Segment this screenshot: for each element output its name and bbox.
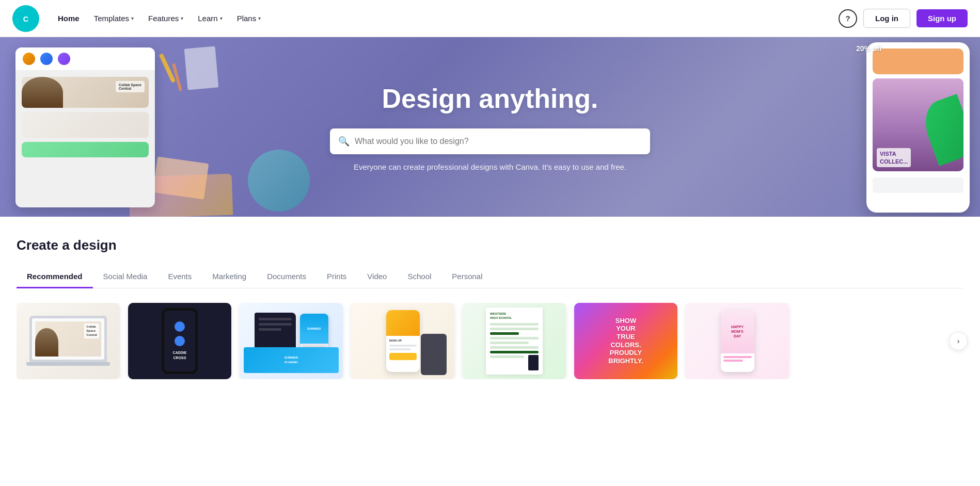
hero-section: Collab SpaceCentral VISTACOLLEC... 20% o… bbox=[0, 37, 980, 217]
notebook-content bbox=[255, 313, 296, 336]
category-tabs: Recommended Social Media Events Marketin… bbox=[17, 266, 963, 288]
design-cards-row: CollabSpaceCentral CADD bbox=[17, 303, 963, 379]
phone-text: SUMMER bbox=[307, 327, 321, 330]
person-silhouette bbox=[35, 328, 58, 357]
phone-header bbox=[386, 310, 420, 336]
card-inner: CollabSpaceCentral bbox=[17, 303, 120, 379]
shape-deco bbox=[129, 174, 233, 217]
poster-content: SHOWYOURTRUECOLORS.PROUDLYBRIGHTLY. bbox=[574, 303, 677, 379]
nav-links: Home Templates ▾ Features ▾ Learn ▾ Plan… bbox=[52, 10, 839, 27]
submit-btn bbox=[389, 353, 417, 360]
card-inner: SUMMERIS HERE! SUMMER bbox=[240, 303, 343, 379]
nav-home[interactable]: Home bbox=[52, 10, 86, 27]
doc-lines bbox=[490, 323, 539, 358]
tab-personal[interactable]: Personal bbox=[441, 266, 493, 288]
card-inner: WESTSIDEHIGH SCHOOL bbox=[463, 303, 566, 379]
notebook: SUMMERIS HERE! bbox=[255, 313, 296, 369]
navbar: C Home Templates ▾ Features ▾ Learn ▾ Pl… bbox=[0, 0, 980, 37]
tab-marketing[interactable]: Marketing bbox=[202, 266, 257, 288]
design-card-notebook[interactable]: SUMMERIS HERE! SUMMER bbox=[240, 303, 343, 379]
design-card-laptop[interactable]: CollabSpaceCentral bbox=[17, 303, 120, 379]
create-design-section: Create a design Recommended Social Media… bbox=[0, 217, 980, 390]
tab-prints[interactable]: Prints bbox=[317, 266, 357, 288]
hero-content: Design anything. 🔍 Everyone can create p… bbox=[309, 83, 671, 171]
notebook-line bbox=[259, 323, 292, 326]
notebook-bg bbox=[421, 334, 447, 375]
doc-line bbox=[490, 346, 539, 349]
design-card-poster[interactable]: SHOWYOURTRUECOLORS.PROUDLYBRIGHTLY. bbox=[574, 303, 677, 379]
doc-line bbox=[490, 355, 524, 358]
dark-phone: CADDIECROSS bbox=[162, 308, 198, 374]
nav-learn[interactable]: Learn ▾ bbox=[192, 10, 228, 27]
help-button[interactable]: ? bbox=[839, 9, 857, 28]
card-inner: SIGN UP bbox=[351, 303, 454, 379]
laptop-mockup: CollabSpaceCentral bbox=[26, 316, 110, 366]
phone-top: HAPPYMOM'SDAY bbox=[721, 310, 754, 353]
nav-features[interactable]: Features ▾ bbox=[142, 10, 189, 27]
laptop-base bbox=[26, 362, 110, 366]
phone-line bbox=[723, 360, 744, 362]
blue-dot-1 bbox=[175, 321, 185, 332]
login-button[interactable]: Log in bbox=[863, 9, 910, 28]
create-design-title: Create a design bbox=[17, 237, 963, 253]
design-card-phone-dark[interactable]: CADDIECROSS bbox=[128, 303, 231, 379]
doc-title: WESTSIDEHIGH SCHOOL bbox=[490, 312, 539, 320]
card-inner: HAPPYMOM'SDAY bbox=[686, 303, 789, 379]
signup-phone: SIGN UP bbox=[386, 310, 420, 372]
design-card-document[interactable]: WESTSIDEHIGH SCHOOL bbox=[463, 303, 566, 379]
features-chevron-icon: ▾ bbox=[181, 15, 183, 21]
card-inner: CADDIECROSS bbox=[128, 303, 231, 379]
blue-dot-2 bbox=[175, 336, 185, 346]
notebook-line bbox=[259, 328, 282, 331]
nav-plans[interactable]: Plans ▾ bbox=[231, 10, 267, 27]
templates-chevron-icon: ▾ bbox=[131, 15, 134, 21]
document-card: WESTSIDEHIGH SCHOOL bbox=[486, 307, 543, 375]
design-card-phone-signup[interactable]: SIGN UP bbox=[351, 303, 454, 379]
doc-line bbox=[490, 337, 539, 339]
doc-line bbox=[490, 342, 529, 344]
tab-documents[interactable]: Documents bbox=[257, 266, 317, 288]
doc-line-dark bbox=[490, 351, 539, 353]
design-card-flowers[interactable]: HAPPYMOM'SDAY bbox=[686, 303, 789, 379]
hero-subtitle: Everyone can create professional designs… bbox=[320, 163, 660, 171]
tab-social-media[interactable]: Social Media bbox=[93, 266, 158, 288]
caddie-cross-text: CADDIECROSS bbox=[173, 350, 187, 361]
navbar-right: ? Log in Sign up bbox=[839, 9, 968, 28]
search-input[interactable] bbox=[330, 128, 650, 154]
input-line bbox=[389, 345, 417, 347]
cards-container: CollabSpaceCentral CADD bbox=[17, 303, 963, 379]
laptop-screen: CollabSpaceCentral bbox=[32, 318, 104, 360]
paper-deco-2 bbox=[184, 46, 219, 90]
phone-top: SUMMER bbox=[300, 314, 328, 344]
pen-icon bbox=[528, 355, 539, 370]
circle-deco bbox=[248, 150, 310, 212]
signup-button[interactable]: Sign up bbox=[916, 9, 968, 27]
hero-search-wrapper: 🔍 bbox=[330, 128, 650, 154]
card-label-text: CollabSpaceCentral bbox=[84, 323, 99, 338]
laptop-body: CollabSpaceCentral bbox=[29, 316, 107, 362]
notebook-line bbox=[259, 318, 292, 320]
poster-text: SHOWYOURTRUECOLORS.PROUDLYBRIGHTLY. bbox=[608, 317, 643, 365]
tab-school[interactable]: School bbox=[397, 266, 441, 288]
summer-text: SUMMERIS HERE! bbox=[284, 355, 296, 364]
screen-content: CollabSpaceCentral bbox=[35, 321, 101, 357]
phone-content: SIGN UP bbox=[386, 336, 420, 363]
svg-text:C: C bbox=[23, 14, 28, 23]
carousel-next-arrow[interactable]: › bbox=[949, 332, 968, 350]
doc-line bbox=[490, 328, 539, 330]
sign-up-text: SIGN UP bbox=[389, 339, 417, 342]
dark-phone-screen: CADDIECROSS bbox=[164, 311, 195, 371]
flowers-phone: HAPPYMOM'SDAY bbox=[721, 310, 754, 372]
tab-recommended[interactable]: Recommended bbox=[17, 266, 93, 288]
notebook-image: SUMMERIS HERE! bbox=[255, 347, 296, 369]
tab-video[interactable]: Video bbox=[357, 266, 397, 288]
input-line bbox=[389, 348, 411, 350]
search-icon: 🔍 bbox=[338, 136, 350, 147]
canva-logo[interactable]: C bbox=[12, 5, 39, 32]
learn-chevron-icon: ▾ bbox=[220, 15, 223, 21]
nav-templates[interactable]: Templates ▾ bbox=[88, 10, 140, 27]
mothers-day-text: HAPPYMOM'SDAY bbox=[731, 325, 744, 338]
tab-events[interactable]: Events bbox=[157, 266, 202, 288]
plans-chevron-icon: ▾ bbox=[258, 15, 261, 21]
phone-line bbox=[723, 356, 752, 358]
